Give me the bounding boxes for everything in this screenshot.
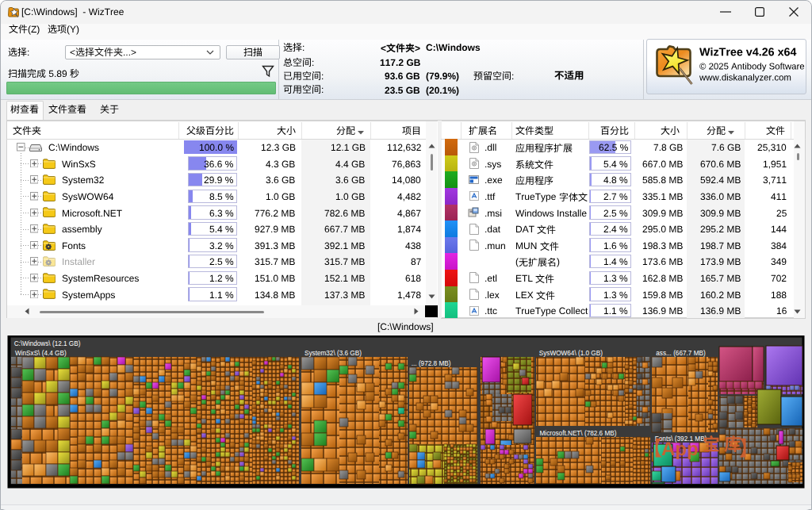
svg-text:WinSxS\ (4.4 GB): WinSxS\ (4.4 GB) <box>15 350 67 357</box>
svg-text:ass... (667.7 MB): ass... (667.7 MB) <box>656 350 706 357</box>
svg-text:System32\ (3.6 GB): System32\ (3.6 GB) <box>304 350 362 357</box>
svg-text:SysWOW64\ (1.0 GB): SysWOW64\ (1.0 GB) <box>539 350 603 357</box>
svg-text:... (972.8 MB): ... (972.8 MB) <box>412 360 451 367</box>
svg-text:C:\Windows\ (12.1 GB): C:\Windows\ (12.1 GB) <box>14 340 81 347</box>
svg-text:Microsoft.NET\ (782.6 MB): Microsoft.NET\ (782.6 MB) <box>540 430 617 437</box>
